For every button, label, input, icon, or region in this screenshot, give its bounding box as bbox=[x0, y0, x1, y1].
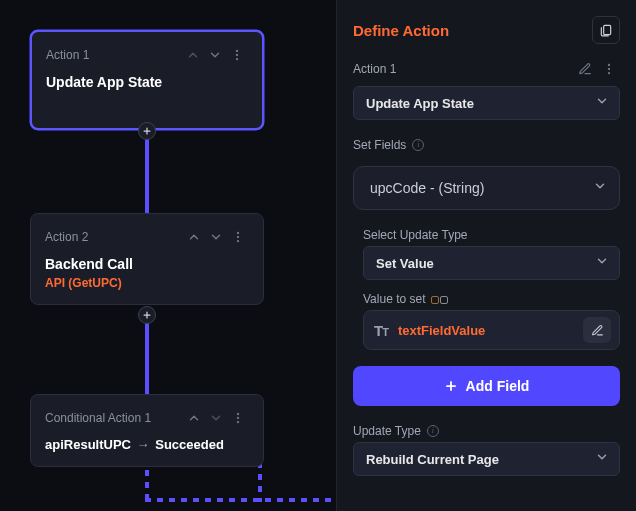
value-to-set-row: TT textFieldValue bbox=[363, 310, 620, 350]
update-type-select[interactable]: Set Value bbox=[363, 246, 620, 280]
select-value: Rebuild Current Page bbox=[366, 452, 595, 467]
move-up-icon[interactable] bbox=[183, 407, 205, 429]
move-down-icon bbox=[205, 407, 227, 429]
add-field-button[interactable]: Add Field bbox=[353, 366, 620, 406]
svg-point-2 bbox=[236, 58, 238, 60]
update-type2-label: Update Type i bbox=[353, 424, 620, 438]
svg-point-15 bbox=[608, 68, 610, 70]
svg-point-14 bbox=[608, 64, 610, 66]
info-icon[interactable]: i bbox=[427, 425, 439, 437]
field-select[interactable]: upcCode - (String) bbox=[353, 166, 620, 210]
node-label: Action 1 bbox=[46, 48, 182, 62]
edit-value-icon[interactable] bbox=[583, 317, 611, 343]
svg-point-10 bbox=[237, 413, 239, 415]
select-value: Update App State bbox=[366, 96, 595, 111]
node-label: Action 2 bbox=[45, 230, 183, 244]
svg-point-11 bbox=[237, 417, 239, 419]
edge-23 bbox=[145, 314, 149, 394]
move-down-icon[interactable] bbox=[204, 44, 226, 66]
update-type-label: Select Update Type bbox=[353, 228, 620, 242]
add-node-after-2[interactable] bbox=[138, 306, 156, 324]
svg-point-16 bbox=[608, 72, 610, 74]
svg-point-1 bbox=[236, 54, 238, 56]
chevron-down-icon bbox=[595, 450, 609, 468]
chevron-down-icon bbox=[595, 254, 609, 272]
action-type-select[interactable]: Update App State bbox=[353, 86, 620, 120]
text-type-icon: TT bbox=[374, 322, 388, 339]
svg-point-6 bbox=[237, 236, 239, 238]
select-value: Set Value bbox=[376, 256, 595, 271]
action-label: Action 1 bbox=[353, 62, 566, 76]
more-icon[interactable] bbox=[226, 44, 248, 66]
move-up-icon bbox=[182, 44, 204, 66]
svg-rect-13 bbox=[604, 25, 611, 34]
move-down-icon[interactable] bbox=[205, 226, 227, 248]
select-value: upcCode - (String) bbox=[370, 180, 593, 196]
panel-title: Define Action bbox=[353, 22, 592, 39]
variable-swap-icon[interactable] bbox=[431, 294, 448, 304]
more-icon[interactable] bbox=[227, 226, 249, 248]
node-title: Update App State bbox=[46, 74, 248, 90]
action-node-2[interactable]: Action 2 Backend Call API (GetUPC) bbox=[30, 213, 264, 305]
add-node-after-1[interactable] bbox=[138, 122, 156, 140]
node-label: Conditional Action 1 bbox=[45, 411, 183, 425]
svg-point-5 bbox=[237, 232, 239, 234]
arrow-right-glyph: → bbox=[137, 437, 150, 452]
action-node-1[interactable]: Action 1 Update App State bbox=[30, 30, 264, 130]
value-expression: textFieldValue bbox=[398, 323, 573, 338]
edge-below-dash-h bbox=[145, 498, 336, 502]
cond-right: Succeeded bbox=[155, 437, 224, 452]
copy-action-icon[interactable] bbox=[592, 16, 620, 44]
svg-point-12 bbox=[237, 421, 239, 423]
workflow-canvas[interactable]: Action 1 Update App State Action 2 bbox=[0, 0, 336, 511]
right-panel: Define Action Action 1 Update App State bbox=[336, 0, 636, 511]
svg-point-0 bbox=[236, 50, 238, 52]
chevron-down-icon bbox=[593, 179, 607, 197]
more-icon[interactable] bbox=[227, 407, 249, 429]
info-icon[interactable]: i bbox=[412, 139, 424, 151]
svg-point-7 bbox=[237, 240, 239, 242]
more-icon[interactable] bbox=[598, 58, 620, 80]
value-to-set-label: Value to set bbox=[353, 292, 620, 306]
node-title: Backend Call bbox=[45, 256, 249, 272]
rename-icon[interactable] bbox=[574, 58, 596, 80]
add-field-label: Add Field bbox=[466, 378, 530, 394]
move-up-icon[interactable] bbox=[183, 226, 205, 248]
update-type2-select[interactable]: Rebuild Current Page bbox=[353, 442, 620, 476]
conditional-node-1[interactable]: Conditional Action 1 apiResultUPC → Succ… bbox=[30, 394, 264, 467]
node-subtitle: API (GetUPC) bbox=[45, 276, 249, 290]
cond-left: apiResultUPC bbox=[45, 437, 131, 452]
set-fields-label: Set Fields i bbox=[353, 138, 620, 152]
condition-text: apiResultUPC → Succeeded bbox=[45, 437, 249, 452]
chevron-down-icon bbox=[595, 94, 609, 112]
edge-12 bbox=[145, 130, 149, 213]
